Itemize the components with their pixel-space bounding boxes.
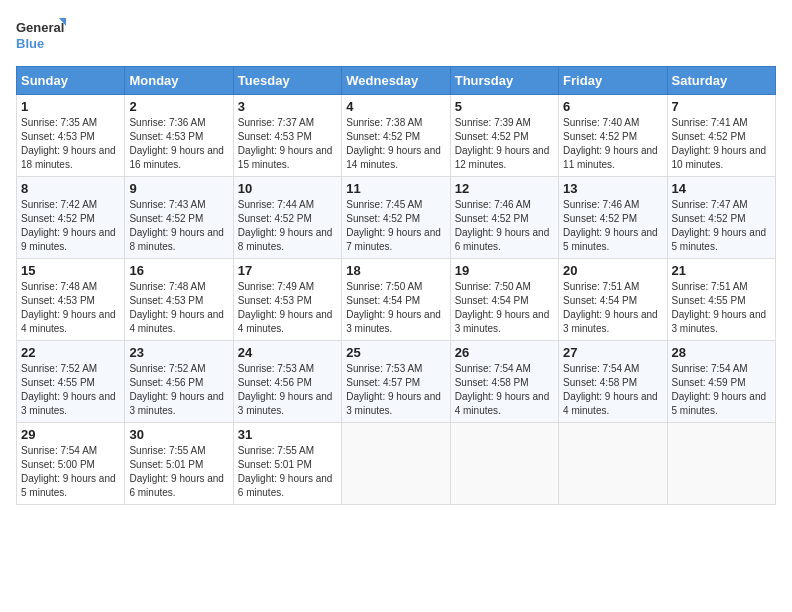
day-info: Sunrise: 7:48 AMSunset: 4:53 PMDaylight:… xyxy=(21,280,120,336)
day-cell: 27Sunrise: 7:54 AMSunset: 4:58 PMDayligh… xyxy=(559,341,667,423)
week-row-3: 15Sunrise: 7:48 AMSunset: 4:53 PMDayligh… xyxy=(17,259,776,341)
day-cell: 31Sunrise: 7:55 AMSunset: 5:01 PMDayligh… xyxy=(233,423,341,505)
day-cell: 24Sunrise: 7:53 AMSunset: 4:56 PMDayligh… xyxy=(233,341,341,423)
day-cell: 29Sunrise: 7:54 AMSunset: 5:00 PMDayligh… xyxy=(17,423,125,505)
day-number: 20 xyxy=(563,263,662,278)
day-info: Sunrise: 7:43 AMSunset: 4:52 PMDaylight:… xyxy=(129,198,228,254)
day-cell xyxy=(667,423,775,505)
day-cell: 8Sunrise: 7:42 AMSunset: 4:52 PMDaylight… xyxy=(17,177,125,259)
day-number: 27 xyxy=(563,345,662,360)
day-info: Sunrise: 7:54 AMSunset: 4:58 PMDaylight:… xyxy=(455,362,554,418)
day-cell: 2Sunrise: 7:36 AMSunset: 4:53 PMDaylight… xyxy=(125,95,233,177)
day-info: Sunrise: 7:47 AMSunset: 4:52 PMDaylight:… xyxy=(672,198,771,254)
day-number: 4 xyxy=(346,99,445,114)
day-number: 1 xyxy=(21,99,120,114)
day-info: Sunrise: 7:53 AMSunset: 4:56 PMDaylight:… xyxy=(238,362,337,418)
day-number: 22 xyxy=(21,345,120,360)
day-cell: 15Sunrise: 7:48 AMSunset: 4:53 PMDayligh… xyxy=(17,259,125,341)
day-number: 10 xyxy=(238,181,337,196)
day-cell: 30Sunrise: 7:55 AMSunset: 5:01 PMDayligh… xyxy=(125,423,233,505)
day-number: 7 xyxy=(672,99,771,114)
day-info: Sunrise: 7:35 AMSunset: 4:53 PMDaylight:… xyxy=(21,116,120,172)
day-info: Sunrise: 7:50 AMSunset: 4:54 PMDaylight:… xyxy=(346,280,445,336)
weekday-header-row: SundayMondayTuesdayWednesdayThursdayFrid… xyxy=(17,67,776,95)
day-number: 11 xyxy=(346,181,445,196)
day-info: Sunrise: 7:54 AMSunset: 4:59 PMDaylight:… xyxy=(672,362,771,418)
day-number: 23 xyxy=(129,345,228,360)
day-info: Sunrise: 7:38 AMSunset: 4:52 PMDaylight:… xyxy=(346,116,445,172)
weekday-wednesday: Wednesday xyxy=(342,67,450,95)
day-cell: 28Sunrise: 7:54 AMSunset: 4:59 PMDayligh… xyxy=(667,341,775,423)
week-row-4: 22Sunrise: 7:52 AMSunset: 4:55 PMDayligh… xyxy=(17,341,776,423)
day-cell: 5Sunrise: 7:39 AMSunset: 4:52 PMDaylight… xyxy=(450,95,558,177)
weekday-monday: Monday xyxy=(125,67,233,95)
day-info: Sunrise: 7:54 AMSunset: 4:58 PMDaylight:… xyxy=(563,362,662,418)
day-cell: 13Sunrise: 7:46 AMSunset: 4:52 PMDayligh… xyxy=(559,177,667,259)
day-number: 19 xyxy=(455,263,554,278)
day-number: 5 xyxy=(455,99,554,114)
logo: General Blue xyxy=(16,16,66,56)
day-info: Sunrise: 7:52 AMSunset: 4:55 PMDaylight:… xyxy=(21,362,120,418)
week-row-2: 8Sunrise: 7:42 AMSunset: 4:52 PMDaylight… xyxy=(17,177,776,259)
day-info: Sunrise: 7:44 AMSunset: 4:52 PMDaylight:… xyxy=(238,198,337,254)
day-info: Sunrise: 7:51 AMSunset: 4:55 PMDaylight:… xyxy=(672,280,771,336)
day-number: 21 xyxy=(672,263,771,278)
day-info: Sunrise: 7:45 AMSunset: 4:52 PMDaylight:… xyxy=(346,198,445,254)
day-info: Sunrise: 7:40 AMSunset: 4:52 PMDaylight:… xyxy=(563,116,662,172)
day-cell: 12Sunrise: 7:46 AMSunset: 4:52 PMDayligh… xyxy=(450,177,558,259)
day-cell: 18Sunrise: 7:50 AMSunset: 4:54 PMDayligh… xyxy=(342,259,450,341)
weekday-saturday: Saturday xyxy=(667,67,775,95)
day-cell: 22Sunrise: 7:52 AMSunset: 4:55 PMDayligh… xyxy=(17,341,125,423)
day-number: 29 xyxy=(21,427,120,442)
day-info: Sunrise: 7:54 AMSunset: 5:00 PMDaylight:… xyxy=(21,444,120,500)
day-cell: 23Sunrise: 7:52 AMSunset: 4:56 PMDayligh… xyxy=(125,341,233,423)
day-cell: 19Sunrise: 7:50 AMSunset: 4:54 PMDayligh… xyxy=(450,259,558,341)
day-info: Sunrise: 7:49 AMSunset: 4:53 PMDaylight:… xyxy=(238,280,337,336)
day-cell: 4Sunrise: 7:38 AMSunset: 4:52 PMDaylight… xyxy=(342,95,450,177)
day-number: 26 xyxy=(455,345,554,360)
day-info: Sunrise: 7:41 AMSunset: 4:52 PMDaylight:… xyxy=(672,116,771,172)
svg-text:Blue: Blue xyxy=(16,36,44,51)
day-number: 6 xyxy=(563,99,662,114)
day-info: Sunrise: 7:46 AMSunset: 4:52 PMDaylight:… xyxy=(563,198,662,254)
day-number: 30 xyxy=(129,427,228,442)
day-cell: 7Sunrise: 7:41 AMSunset: 4:52 PMDaylight… xyxy=(667,95,775,177)
day-info: Sunrise: 7:36 AMSunset: 4:53 PMDaylight:… xyxy=(129,116,228,172)
day-cell: 21Sunrise: 7:51 AMSunset: 4:55 PMDayligh… xyxy=(667,259,775,341)
day-number: 25 xyxy=(346,345,445,360)
logo-svg: General Blue xyxy=(16,16,66,56)
weekday-tuesday: Tuesday xyxy=(233,67,341,95)
day-number: 3 xyxy=(238,99,337,114)
day-number: 24 xyxy=(238,345,337,360)
header: General Blue xyxy=(16,16,776,56)
week-row-5: 29Sunrise: 7:54 AMSunset: 5:00 PMDayligh… xyxy=(17,423,776,505)
day-number: 12 xyxy=(455,181,554,196)
day-info: Sunrise: 7:48 AMSunset: 4:53 PMDaylight:… xyxy=(129,280,228,336)
day-info: Sunrise: 7:42 AMSunset: 4:52 PMDaylight:… xyxy=(21,198,120,254)
day-cell: 6Sunrise: 7:40 AMSunset: 4:52 PMDaylight… xyxy=(559,95,667,177)
day-number: 13 xyxy=(563,181,662,196)
day-cell: 26Sunrise: 7:54 AMSunset: 4:58 PMDayligh… xyxy=(450,341,558,423)
weekday-thursday: Thursday xyxy=(450,67,558,95)
weekday-sunday: Sunday xyxy=(17,67,125,95)
day-cell: 17Sunrise: 7:49 AMSunset: 4:53 PMDayligh… xyxy=(233,259,341,341)
day-cell: 16Sunrise: 7:48 AMSunset: 4:53 PMDayligh… xyxy=(125,259,233,341)
day-number: 17 xyxy=(238,263,337,278)
weekday-friday: Friday xyxy=(559,67,667,95)
day-cell xyxy=(450,423,558,505)
day-number: 14 xyxy=(672,181,771,196)
day-info: Sunrise: 7:37 AMSunset: 4:53 PMDaylight:… xyxy=(238,116,337,172)
day-info: Sunrise: 7:39 AMSunset: 4:52 PMDaylight:… xyxy=(455,116,554,172)
day-info: Sunrise: 7:55 AMSunset: 5:01 PMDaylight:… xyxy=(238,444,337,500)
day-number: 18 xyxy=(346,263,445,278)
day-cell: 14Sunrise: 7:47 AMSunset: 4:52 PMDayligh… xyxy=(667,177,775,259)
day-info: Sunrise: 7:52 AMSunset: 4:56 PMDaylight:… xyxy=(129,362,228,418)
day-number: 15 xyxy=(21,263,120,278)
calendar: SundayMondayTuesdayWednesdayThursdayFrid… xyxy=(16,66,776,505)
day-cell: 3Sunrise: 7:37 AMSunset: 4:53 PMDaylight… xyxy=(233,95,341,177)
day-number: 28 xyxy=(672,345,771,360)
day-info: Sunrise: 7:51 AMSunset: 4:54 PMDaylight:… xyxy=(563,280,662,336)
day-number: 8 xyxy=(21,181,120,196)
day-cell: 11Sunrise: 7:45 AMSunset: 4:52 PMDayligh… xyxy=(342,177,450,259)
day-cell: 1Sunrise: 7:35 AMSunset: 4:53 PMDaylight… xyxy=(17,95,125,177)
